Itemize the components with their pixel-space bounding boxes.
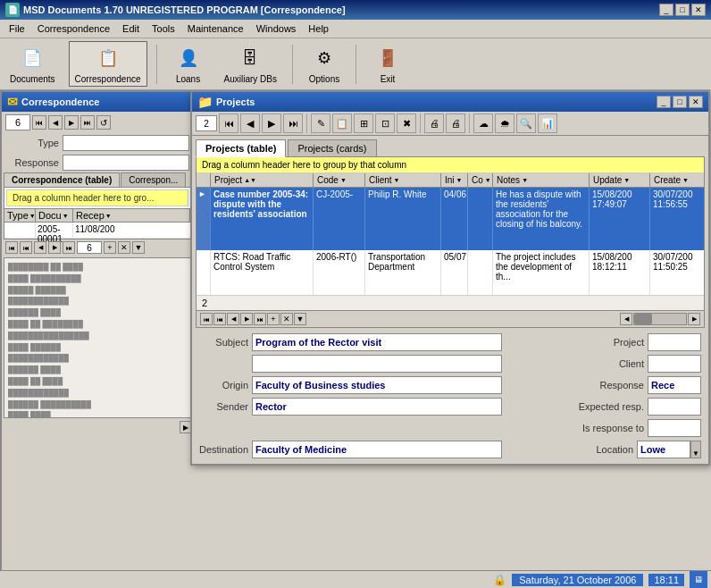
col-type[interactable]: Type ▼ [4,209,36,222]
col-recep[interactable]: Recep ▼ [73,209,190,222]
tab-correspondence-cards[interactable]: Correspon... [121,172,186,187]
proj-grid-btn[interactable]: ⊞ [354,113,373,133]
proj-search-btn[interactable]: 🔍 [516,113,536,133]
menu-windows[interactable]: Windows [251,21,302,36]
proj-bottom-first[interactable]: ⏮ [200,313,213,325]
correspondence-button[interactable]: 📋 Correspondence [69,41,147,87]
table-row-1[interactable]: ► Case number 2005-34: dispute with the … [197,188,704,250]
bottom-nav-first[interactable]: ⏮ [5,241,18,254]
tab-projects-table[interactable]: Projects (table) [196,139,286,157]
expected-resp-input[interactable] [648,398,701,416]
bottom-del-btn[interactable]: ✕ [118,241,130,254]
bottom-nav-prev2[interactable]: ⏮ [20,241,32,254]
proj-bottom-prev[interactable]: ◀ [227,313,239,325]
maximize-button[interactable]: □ [675,4,690,16]
nav-last-button[interactable]: ⏭ [80,115,95,130]
proj-nav-first[interactable]: ⏮ [219,113,238,133]
row2-code: 2006-RT() [314,250,365,295]
nav-prev-button[interactable]: ◀ [48,115,63,130]
proj-cloud2-btn[interactable]: 🌧 [495,113,514,133]
sender-input[interactable] [252,398,502,416]
response-right-input[interactable] [648,376,701,394]
proj-print-btn[interactable]: 🖨 [424,113,444,133]
menu-tools[interactable]: Tools [146,21,180,36]
table-row-2[interactable]: RTCS: Road Traffic Control System 2006-R… [197,250,704,295]
row2-co [468,250,493,295]
options-button[interactable]: ⚙ Options [302,41,347,87]
subject-input[interactable] [252,333,502,351]
menu-file[interactable]: File [4,21,30,36]
menu-edit[interactable]: Edit [117,21,145,36]
proj-bottom-add[interactable]: + [267,313,280,325]
proj-chart-btn[interactable]: 📊 [538,113,557,133]
projects-minimize[interactable]: _ [657,96,671,108]
proj-delete-btn[interactable]: ✖ [397,113,416,133]
nav-next-button[interactable]: ▶ [64,115,79,130]
menu-correspondence[interactable]: Correspondence [32,21,115,36]
proj-edit-btn[interactable]: ✎ [311,113,330,133]
documents-button[interactable]: 📄 Documents [4,41,62,87]
response-input[interactable] [63,155,189,171]
col-co[interactable]: Co ▼ [468,173,493,187]
col-project[interactable]: Project ▲▼ [211,173,314,187]
nav-first-button[interactable]: ⏮ [32,115,46,130]
nav-input[interactable] [5,114,30,130]
bottom-nav-prev[interactable]: ◀ [34,241,46,254]
destination-input[interactable] [252,441,502,458]
client-input[interactable] [252,355,502,373]
tab-projects-cards[interactable]: Projects (cards) [288,139,376,156]
menu-help[interactable]: Help [303,21,334,36]
projects-close[interactable]: ✕ [689,96,703,108]
bottom-filter-btn[interactable]: ▼ [132,241,145,254]
correspondence-title-bar: ✉ Correspondence [2,92,193,112]
proj-cloud-btn[interactable]: ☁ [473,113,493,133]
auxiliary-dbs-button[interactable]: 🗄 Auxiliary DBs [218,41,283,87]
bottom-nav-input[interactable] [77,241,102,254]
projects-maximize[interactable]: □ [673,96,687,108]
destination-row: Destination Location ▼ [199,441,701,458]
col-ini[interactable]: Ini ▼ [441,173,468,187]
close-button[interactable]: ✕ [691,4,706,16]
location-scroll-down[interactable]: ▼ [690,441,701,458]
proj-hscroll-right[interactable]: ▶ [688,313,700,325]
proj-hscroll-track[interactable] [633,313,687,325]
proj-bottom-filter[interactable]: ▼ [294,313,306,325]
proj-grid2-btn[interactable]: ⊡ [375,113,395,133]
options-icon: ⚙ [310,44,339,72]
loans-button[interactable]: 👤 Loans [166,41,211,87]
proj-nav-last[interactable]: ⏭ [283,113,303,133]
is-response-input[interactable] [648,419,701,437]
exit-button[interactable]: 🚪 Exit [365,41,410,87]
projects-nav-input[interactable] [196,115,217,131]
proj-print2-btn[interactable]: 🖨 [446,113,465,133]
menu-maintenance[interactable]: Maintenance [182,21,249,36]
proj-nav-prev[interactable]: ◀ [240,113,260,133]
sort-notes: ▼ [522,177,528,183]
type-input[interactable] [63,135,189,151]
client-right-input[interactable] [648,355,701,373]
minimize-button[interactable]: _ [659,4,673,16]
status-date: Saturday, 21 October 2006 [512,574,643,586]
origin-input[interactable] [252,376,502,394]
proj-copy-btn[interactable]: 📋 [332,113,352,133]
proj-bottom-last[interactable]: ⏭ [254,313,266,325]
nav-refresh-button[interactable]: ↺ [96,115,111,130]
bottom-nav-last[interactable]: ⏭ [63,241,75,254]
col-created[interactable]: Create ▼ [650,173,704,187]
bottom-add-btn[interactable]: + [104,241,116,254]
projects-toolbar: ⏮ ◀ ▶ ⏭ ✎ 📋 ⊞ ⊡ ✖ 🖨 🖨 ☁ 🌧 🔍 📊 [192,112,708,136]
col-updated[interactable]: Update ▼ [590,173,650,187]
bottom-nav-next[interactable]: ▶ [48,241,61,254]
col-notes[interactable]: Notes ▼ [493,173,590,187]
col-client[interactable]: Client ▼ [365,173,441,187]
proj-bottom-del[interactable]: ✕ [280,313,293,325]
col-docu[interactable]: Docu ▼ [36,209,73,222]
proj-nav-next[interactable]: ▶ [262,113,281,133]
tab-correspondence-table[interactable]: Correspondence (table) [4,172,120,187]
project-input[interactable] [648,333,701,351]
proj-bottom-prev2[interactable]: ⏮ [213,313,226,325]
proj-hscroll-left[interactable]: ◀ [620,313,632,325]
location-input[interactable] [637,441,690,458]
proj-bottom-next[interactable]: ▶ [240,313,253,325]
col-code[interactable]: Code ▼ [314,173,365,187]
